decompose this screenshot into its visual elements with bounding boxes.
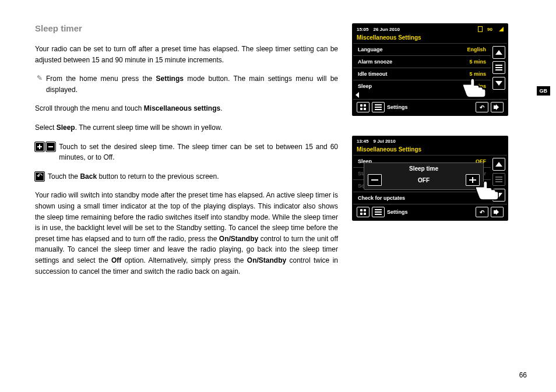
footer-label: Settings — [387, 104, 408, 110]
list-item[interactable]: Alarm snooze5 mins — [353, 56, 491, 68]
standby-paragraph: Your radio will switch into standby mode… — [35, 190, 338, 277]
decrease-button[interactable] — [368, 174, 382, 186]
list-item[interactable]: Sleep90mins — [353, 80, 491, 92]
increase-button[interactable] — [466, 174, 480, 186]
list-item[interactable]: Check for upctates — [353, 192, 491, 204]
scroll-indicator[interactable] — [492, 61, 505, 74]
battery-level: 90 — [487, 27, 492, 32]
page-number: 66 — [519, 371, 527, 379]
language-tab: GB — [537, 86, 551, 96]
minus-icon — [46, 142, 55, 151]
scroll-up-button[interactable] — [492, 46, 505, 59]
prev-icon[interactable] — [356, 92, 359, 98]
device-screenshot-1: 15:05 26 Jun 2010 90 Miscellaneous Setti… — [352, 23, 508, 116]
menu-button[interactable] — [372, 207, 385, 217]
back-icon: ↶ — [35, 172, 44, 181]
battery-icon — [478, 26, 483, 32]
scroll-up-button[interactable] — [492, 158, 505, 171]
screen-title: Miscellaneous Settings — [353, 33, 507, 44]
step-set-sleep-time: Touch to set the desired sleep time. The… — [59, 142, 338, 163]
volume-button[interactable] — [491, 102, 504, 112]
signal-icon — [499, 27, 504, 31]
list-item[interactable]: Idle timeout5 mins — [353, 68, 491, 80]
device-screenshot-2: 13:45 9 Jul 2010 Misoellaneous Settings … — [352, 136, 508, 221]
list-item[interactable]: LanguageEnglish — [353, 44, 491, 56]
status-time: 15:05 — [357, 27, 368, 32]
page-title: Sleep timer — [35, 23, 338, 33]
sleep-time-value: OFF — [418, 177, 430, 183]
sleep-time-dialog: Sleep time OFF — [364, 163, 484, 190]
step-back: Touch the Back button to return to the p… — [48, 171, 338, 182]
status-time: 13:45 — [357, 139, 368, 144]
menu-button[interactable] — [372, 102, 385, 112]
plus-icon — [35, 142, 44, 151]
apps-button[interactable] — [357, 102, 370, 112]
scroll-down-button[interactable] — [492, 77, 505, 90]
main-text-column: Sleep timer Your radio can be set to tur… — [35, 23, 338, 285]
back-button[interactable]: ↶ — [476, 102, 488, 112]
back-button[interactable]: ↶ — [476, 207, 488, 217]
pen-icon: ✎ — [35, 73, 43, 82]
intro-paragraph: Your radio can be set to turn off after … — [35, 44, 338, 65]
volume-button[interactable] — [491, 207, 504, 217]
footer-label: Settings — [387, 209, 408, 215]
status-date: 26 Jun 2010 — [373, 27, 399, 32]
apps-button[interactable] — [357, 207, 370, 217]
scroll-down-button[interactable] — [492, 189, 505, 202]
status-date: 9 Jul 2010 — [373, 139, 395, 144]
step-select-sleep: Select Sleep. The current sleep time wil… — [35, 122, 338, 133]
scroll-indicator[interactable] — [492, 173, 505, 186]
step-settings: From the home menu press the Settings mo… — [46, 73, 338, 95]
screen-title: Misoellaneous Settings — [353, 145, 507, 156]
step-misc-settings: Scroll through the menu and touch Miscel… — [35, 103, 338, 114]
dialog-title: Sleep time — [368, 165, 480, 172]
